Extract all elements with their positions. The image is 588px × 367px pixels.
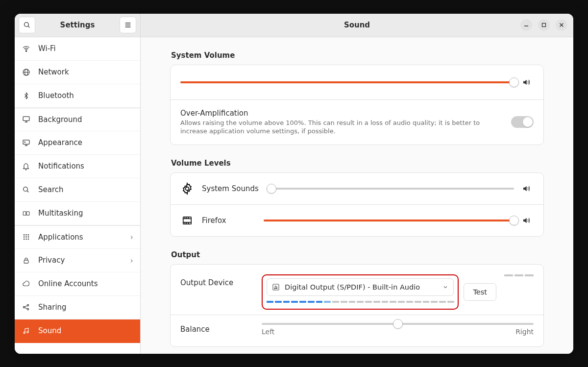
page-title: Sound	[344, 21, 370, 29]
output-device-main: Digital Output (S/PDIF) - Built-in Audio…	[262, 274, 496, 310]
chevron-down-icon	[442, 284, 448, 290]
close-icon	[559, 23, 564, 27]
svg-point-17	[24, 142, 24, 142]
sidebar-item-label: Privacy	[38, 256, 122, 265]
chevron-right-icon: ›	[130, 256, 133, 265]
sidebar-item-label: Sound	[38, 326, 133, 335]
sidebar-item-network[interactable]: Network	[15, 61, 140, 84]
sidebar-item-sharing[interactable]: Sharing	[15, 296, 140, 319]
hamburger-button[interactable]	[120, 17, 136, 33]
output-device-top: Digital Output (S/PDIF) - Built-in Audio…	[262, 274, 496, 310]
balance-label: Balance	[180, 325, 254, 334]
sidebar-item-label: Multitasking	[38, 209, 133, 218]
sidebar-item-label: Sharing	[38, 303, 133, 312]
sidebar-item-bluetooth[interactable]: Bluetooth	[15, 84, 140, 108]
sidebar-item-search[interactable]: Search	[15, 178, 140, 202]
test-output-button[interactable]: Test	[464, 283, 496, 301]
svg-point-27	[27, 236, 29, 238]
volume-level-row-system-sounds: System Sounds	[171, 173, 543, 205]
over-amplification-desc: Allows raising the volume above 100%. Th…	[180, 119, 503, 136]
app-volume-label: Firefox	[202, 216, 256, 225]
globe-icon	[22, 68, 30, 76]
svg-point-26	[25, 236, 27, 238]
hamburger-icon	[124, 21, 132, 29]
sidebar-item-online-accounts[interactable]: Online Accounts	[15, 272, 140, 296]
svg-point-29	[25, 239, 27, 240]
balance-labels: Left Right	[262, 328, 534, 336]
film-icon	[180, 214, 194, 227]
titlebar-left: Settings	[15, 14, 141, 37]
svg-point-30	[27, 239, 29, 240]
titlebar-right: Sound	[141, 14, 573, 37]
over-amplification-row: Over-Amplification Allows raising the vo…	[171, 100, 543, 145]
svg-rect-31	[24, 260, 28, 263]
sidebar-item-background[interactable]: Background	[15, 108, 140, 131]
svg-rect-6	[542, 24, 546, 27]
app-volume-slider[interactable]	[264, 220, 514, 221]
svg-point-39	[186, 187, 189, 190]
minimize-button[interactable]	[520, 19, 532, 31]
sidebar-item-applications[interactable]: Applications›	[15, 225, 140, 249]
svg-point-9	[25, 50, 26, 51]
sidebar-item-label: Background	[38, 115, 133, 124]
sidebar-item-label: Wi-Fi	[38, 44, 133, 53]
output-level-trail	[504, 274, 534, 276]
sidebar-item-wi-fi[interactable]: Wi-Fi	[15, 37, 140, 61]
output-device-row: Output Device Digital Output (S/PDIF) - …	[171, 265, 543, 315]
sidebar-item-label: Online Accounts	[38, 279, 133, 288]
section-title-output: Output	[171, 250, 544, 259]
app-volume-label: System Sounds	[202, 184, 259, 193]
balance-right-label: Right	[515, 328, 534, 336]
gear-icon	[180, 182, 194, 196]
svg-point-50	[274, 288, 275, 289]
svg-rect-49	[273, 284, 279, 290]
balance-row: Balance Left Right	[171, 315, 543, 346]
section-title-system-volume: System Volume	[171, 51, 544, 60]
system-volume-slider[interactable]	[180, 81, 514, 83]
sidebar-item-notifications[interactable]: Notifications	[15, 155, 140, 178]
sidebar-item-label: Bluetooth	[38, 91, 133, 100]
sound-icon	[22, 327, 30, 335]
app-volume-slider[interactable]	[267, 188, 514, 190]
sidebar-item-multitasking[interactable]: Multitasking	[15, 202, 140, 225]
speaker-icon	[522, 216, 534, 225]
sidebar-item-privacy[interactable]: Privacy›	[15, 249, 140, 272]
search-button[interactable]	[19, 17, 35, 33]
speaker-icon-high	[522, 78, 534, 87]
settings-window: Settings Sound Wi-FiNetworkB	[15, 14, 573, 354]
wifi-icon	[22, 45, 30, 53]
svg-point-25	[23, 236, 24, 238]
svg-point-24	[27, 234, 29, 236]
sidebar-title: Settings	[60, 21, 95, 29]
content[interactable]: System Volume Over-Amplification Allows …	[141, 37, 573, 354]
output-device-dropdown[interactable]: Digital Output (S/PDIF) - Built-in Audio	[267, 278, 454, 296]
sidebar-item-label: Network	[38, 68, 133, 76]
svg-point-32	[23, 306, 24, 308]
output-card: Output Device Digital Output (S/PDIF) - …	[170, 264, 544, 347]
sidebar-item-appearance[interactable]: Appearance	[15, 131, 140, 155]
sidebar-item-label: Notifications	[38, 162, 133, 171]
svg-rect-13	[23, 117, 29, 121]
output-level-meter	[267, 301, 454, 304]
svg-point-33	[27, 304, 28, 306]
maximize-button[interactable]	[538, 19, 550, 31]
sidebar-item-sound[interactable]: Sound	[15, 319, 140, 343]
volume-level-row-firefox: Firefox	[171, 205, 543, 236]
system-volume-row	[171, 65, 543, 100]
sidebar-item-label: Appearance	[38, 138, 133, 147]
svg-point-28	[23, 239, 24, 240]
search-icon	[23, 21, 31, 29]
sidebar[interactable]: Wi-FiNetworkBluetoothBackgroundAppearanc…	[15, 37, 141, 354]
display-icon	[22, 115, 30, 123]
svg-rect-16	[23, 140, 29, 144]
sidebar-item-label: Applications	[38, 233, 122, 242]
over-amplification-title: Over-Amplification	[180, 109, 503, 118]
balance-slider[interactable]	[262, 323, 534, 325]
over-amplification-switch[interactable]	[511, 116, 534, 128]
svg-rect-20	[23, 211, 26, 215]
lock-icon	[22, 256, 30, 265]
section-title-volume-levels: Volume Levels	[171, 159, 544, 168]
svg-point-51	[276, 288, 277, 289]
close-button[interactable]	[556, 19, 567, 31]
multitask-icon	[22, 210, 30, 217]
